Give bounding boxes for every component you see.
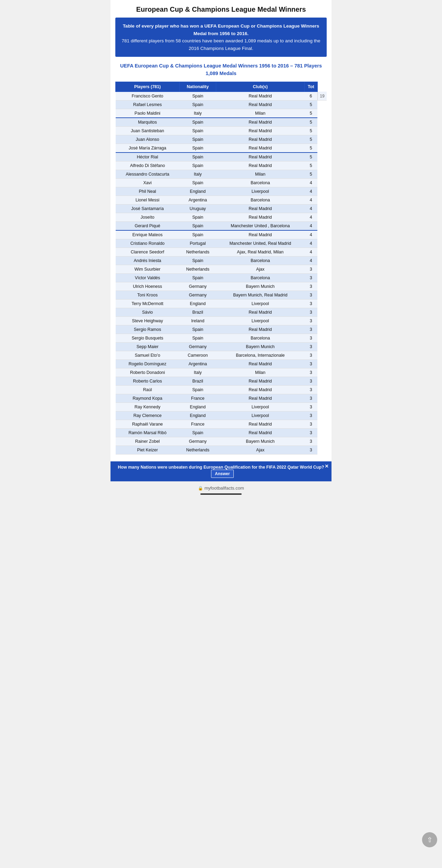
player-nationality: Netherlands (179, 265, 216, 273)
player-clubs: Ajax (216, 265, 305, 273)
player-nationality: Cameroon (179, 351, 216, 359)
player-clubs: Milan (216, 170, 305, 178)
answer-button[interactable]: Answer (211, 470, 233, 478)
player-clubs: Real Madrid (216, 204, 305, 213)
player-nationality: Spain (179, 385, 216, 394)
player-name: Terry McDermott (116, 299, 180, 308)
table-row: Ramón Marsal RibóSpainReal Madrid3 (116, 428, 327, 437)
player-tot: 3 (304, 308, 317, 316)
player-name: Rainer Zobel (116, 437, 180, 446)
player-tot: 3 (304, 402, 317, 411)
player-nationality: Spain (179, 161, 216, 170)
player-nationality: Spain (179, 135, 216, 144)
player-tot: 3 (304, 325, 317, 334)
player-name: Ray Kennedy (116, 402, 180, 411)
table-row: Héctor RialSpainReal Madrid5 (116, 153, 327, 161)
player-clubs: Ajax, Real Madrid, Milan (216, 248, 305, 256)
page-wrapper: European Cup & Champions League Medal Wi… (110, 0, 332, 461)
player-name: Raymond Kopa (116, 394, 180, 402)
table-row: Gerard PiquéSpainManchester United , Bar… (116, 221, 327, 230)
player-clubs: Real Madrid (216, 325, 305, 334)
player-nationality: Spain (179, 100, 216, 109)
player-nationality: Germany (179, 342, 216, 351)
player-clubs: Barcelona (216, 178, 305, 187)
table-row: Clarence SeedorfNetherlandsAjax, Real Ma… (116, 248, 327, 256)
player-tot: 6 (304, 92, 317, 100)
player-clubs: Liverpool (216, 411, 305, 420)
table-row: Francisco GentoSpainReal Madrid619 (116, 92, 327, 100)
close-icon[interactable]: ✕ (325, 463, 329, 469)
table-row: Raphaël VaraneFranceReal Madrid3 (116, 420, 327, 428)
extra-col-value: 19 (317, 92, 327, 100)
table-row: Ray ClemenceEnglandLiverpool3 (116, 411, 327, 420)
table-row: JoseítoSpainReal Madrid4 (116, 213, 327, 221)
player-nationality: Germany (179, 437, 216, 446)
player-nationality: Spain (179, 126, 216, 135)
player-nationality: Netherlands (179, 248, 216, 256)
table-row: Juan SantistebanSpainReal Madrid5 (116, 126, 327, 135)
player-nationality: Spain (179, 273, 216, 282)
player-tot: 3 (304, 428, 317, 437)
player-nationality: Argentina (179, 359, 216, 368)
player-clubs: Real Madrid (216, 394, 305, 402)
table-row: Andrés IniestaSpainBarcelona4 (116, 256, 327, 265)
player-clubs: Barcelona (216, 196, 305, 204)
player-name: Rogelio Domínguez (116, 359, 180, 368)
player-tot: 4 (304, 230, 317, 239)
player-name: Roberto Donadoni (116, 368, 180, 377)
player-nationality: France (179, 394, 216, 402)
player-name: Steve Heighway (116, 316, 180, 325)
table-row: Raymond KopaFranceReal Madrid3 (116, 394, 327, 402)
player-clubs: Liverpool (216, 402, 305, 411)
player-tot: 5 (304, 153, 317, 161)
player-tot: 5 (304, 109, 317, 118)
table-row: Alessandro CostacurtaItalyMilan5 (116, 170, 327, 178)
table-row: Terry McDermottEnglandLiverpool3 (116, 299, 327, 308)
subtitle: UEFA European Cup & Champions League Med… (115, 62, 327, 77)
table-row: Paolo MaldiniItalyMilan5 (116, 109, 327, 118)
col-clubs[interactable]: Club(s) (216, 82, 305, 92)
table-row: Cristiano RonaldoPortugalManchester Unit… (116, 239, 327, 248)
player-nationality: Germany (179, 291, 216, 299)
player-clubs: Real Madrid (216, 213, 305, 221)
player-tot: 5 (304, 126, 317, 135)
player-clubs: Manchester United, Real Madrid (216, 239, 305, 248)
player-tot: 3 (304, 316, 317, 325)
table-row: Rogelio DomínguezArgentinaReal Madrid3 (116, 359, 327, 368)
table-row: Steve HeighwayIrelandLiverpool3 (116, 316, 327, 325)
player-nationality: Ireland (179, 316, 216, 325)
player-nationality: Brazil (179, 377, 216, 385)
table-row: Piet KeizerNetherlandsAjax3 (116, 446, 327, 454)
table-row: Lionel MessiArgentinaBarcelona4 (116, 196, 327, 204)
table-row: SávioBrazilReal Madrid3 (116, 308, 327, 316)
player-name: Ulrich Hoeness (116, 282, 180, 291)
table-row: Sergio RamosSpainReal Madrid3 (116, 325, 327, 334)
banner-question: How many Nations were unbeaten during Eu… (118, 465, 324, 470)
player-clubs: Real Madrid (216, 230, 305, 239)
table-header-row: Players (781) Nationality Club(s) Tot (116, 82, 327, 92)
player-tot: 3 (304, 291, 317, 299)
col-nationality[interactable]: Nationality (179, 82, 216, 92)
player-name: José Santamaría (116, 204, 180, 213)
player-name: Raphaël Varane (116, 420, 180, 428)
player-nationality: Spain (179, 144, 216, 153)
player-name: Sávio (116, 308, 180, 316)
player-nationality: Spain (179, 178, 216, 187)
player-nationality: Portugal (179, 239, 216, 248)
player-clubs: Real Madrid (216, 308, 305, 316)
col-tot[interactable]: Tot (304, 82, 317, 92)
player-tot: 3 (304, 394, 317, 402)
player-name: Gerard Piqué (116, 221, 180, 230)
player-tot: 3 (304, 265, 317, 273)
player-nationality: Spain (179, 118, 216, 127)
info-line1: Table of every player who has won a UEFA… (122, 22, 320, 37)
player-clubs: Milan (216, 109, 305, 118)
col-players[interactable]: Players (781) (116, 82, 180, 92)
player-name: Lionel Messi (116, 196, 180, 204)
table-row: Roberto CarlosBrazilReal Madrid3 (116, 377, 327, 385)
player-nationality: Argentina (179, 196, 216, 204)
player-clubs: Barcelona (216, 256, 305, 265)
player-clubs: Real Madrid (216, 126, 305, 135)
player-name: Enrique Mateos (116, 230, 180, 239)
player-name: Héctor Rial (116, 153, 180, 161)
